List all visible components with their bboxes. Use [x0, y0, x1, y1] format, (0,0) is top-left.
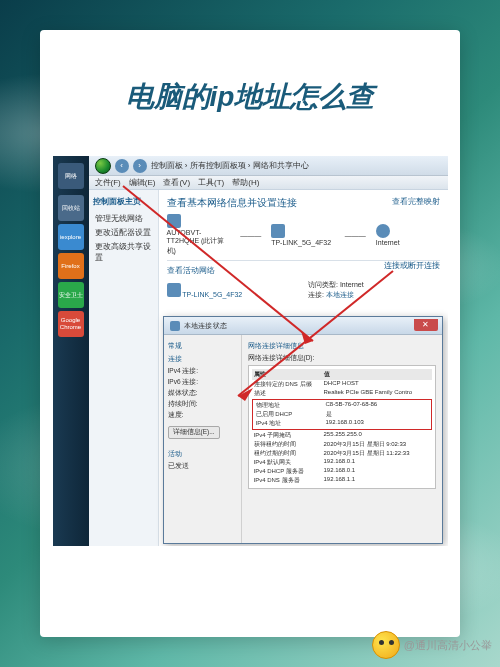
detail-header: 属性 值 — [252, 369, 432, 380]
detail-row[interactable]: 描述Realtek PCIe GBE Family Contro — [252, 389, 432, 398]
detail-row[interactable]: IPv4 默认网关192.168.0.1 — [252, 458, 432, 467]
content-card: 电脑的ip地址怎么查 网络 回收站iexploreFirefox安全卫士Goog… — [40, 30, 460, 637]
address-bar: ‹ › 控制面板 › 所有控制面板项 › 网络和共享中心 — [89, 156, 448, 176]
detail-row[interactable]: 获得租约的时间2020年3月15日 星期日 9:02:33 — [252, 440, 432, 449]
taskbar-label: Firefox — [61, 263, 79, 270]
menu-item[interactable]: 工具(T) — [198, 177, 224, 188]
watermark: @通川高清小公举 — [372, 631, 492, 659]
detail-key: 连接特定的 DNS 后缀 — [254, 380, 324, 389]
detail-row[interactable]: IPv4 地址192.168.0.103 — [254, 419, 430, 428]
router-label: TP-LINK_5G_4F32 — [271, 239, 335, 246]
detail-value: 192.168.0.1 — [324, 458, 356, 467]
sidebar-item[interactable]: 管理无线网络 — [93, 213, 154, 224]
detail-value: 2020年3月15日 星期日 9:02:33 — [324, 440, 407, 449]
details-button[interactable]: 详细信息(E)... — [168, 426, 220, 439]
dialog-body: 常规 连接 IPv4 连接:IPv6 连接:媒体状态:持续时间:速度: 详细信息… — [164, 335, 442, 543]
pc-label: AUTOBVT-TT2HQHE (此计算机) — [167, 229, 231, 256]
sidebar-header: 控制面板主页 — [93, 196, 154, 207]
network-icon — [167, 283, 181, 297]
active-network-row: TP-LINK_5G_4F32 访问类型: Internet 连接: 本地连接 — [167, 280, 440, 300]
detail-value: 255.255.255.0 — [324, 431, 362, 440]
computer-icon — [167, 214, 181, 228]
sidebar: 控制面板主页 管理无线网络更改适配器设置更改高级共享设置 — [89, 190, 159, 546]
connection-label: 连接: — [308, 291, 324, 298]
close-button[interactable]: ✕ — [414, 319, 438, 331]
connection-property: IPv4 连接: — [168, 367, 237, 376]
pc-node: AUTOBVT-TT2HQHE (此计算机) — [167, 214, 231, 256]
breadcrumb[interactable]: 控制面板 › 所有控制面板项 › 网络和共享中心 — [151, 160, 309, 171]
detail-row[interactable]: 连接特定的 DNS 后缀DHCP HOST — [252, 380, 432, 389]
access-type-label: 访问类型: — [308, 281, 338, 288]
detail-row[interactable]: IPv4 DHCP 服务器192.168.0.1 — [252, 467, 432, 476]
dialog-left-pane: 常规 连接 IPv4 连接:IPv6 连接:媒体状态:持续时间:速度: 详细信息… — [164, 335, 242, 543]
detail-key: IPv4 默认网关 — [254, 458, 324, 467]
globe-icon — [376, 224, 390, 238]
detail-row[interactable]: 物理地址C8-5B-76-07-68-86 — [254, 401, 430, 410]
watermark-text: @通川高清小公举 — [404, 638, 492, 653]
detail-key: 描述 — [254, 389, 324, 398]
taskbar-firefox[interactable]: Firefox — [58, 253, 84, 279]
start-orb-icon[interactable] — [95, 158, 111, 174]
internet-label: Internet — [376, 239, 440, 246]
connect-disconnect-link[interactable]: 连接或断开连接 — [384, 260, 440, 271]
col-value: 值 — [324, 370, 330, 379]
detail-key: 物理地址 — [256, 401, 326, 410]
dialog-title-text: 本地连接 状态 — [184, 321, 228, 331]
taskbar-iexplore[interactable]: iexplore — [58, 224, 84, 250]
connection-link[interactable]: 本地连接 — [326, 291, 354, 298]
connection-property: 持续时间: — [168, 400, 237, 409]
status-dialog: 本地连接 状态 ✕ 常规 连接 IPv4 连接:IPv6 连接:媒体状态:持续时… — [163, 316, 443, 544]
dialog-icon — [170, 321, 180, 331]
full-map-link[interactable]: 查看完整映射 — [392, 196, 440, 207]
network-desktop-icon[interactable]: 网络 — [58, 163, 84, 189]
dash-connector: ——— — [240, 232, 261, 239]
detail-row[interactable]: 租约过期的时间2020年3月15日 星期日 11:22:33 — [252, 449, 432, 458]
detail-key: 已启用 DHCP — [256, 410, 326, 419]
tab-general[interactable]: 常规 — [168, 341, 237, 351]
taskbar-label: 安全卫士 — [59, 292, 83, 299]
back-button[interactable]: ‹ — [115, 159, 129, 173]
detail-key: IPv4 地址 — [256, 419, 326, 428]
detail-value: 是 — [326, 410, 332, 419]
col-property: 属性 — [254, 370, 324, 379]
taskbar-security[interactable]: 安全卫士 — [58, 282, 84, 308]
menu-item[interactable]: 帮助(H) — [232, 177, 259, 188]
detail-value: C8-5B-76-07-68-86 — [326, 401, 378, 410]
taskbar-recycle-bin[interactable]: 回收站 — [58, 195, 84, 221]
menu-item[interactable]: 编辑(E) — [129, 177, 156, 188]
forward-button[interactable]: › — [133, 159, 147, 173]
active-network-name[interactable]: TP-LINK_5G_4F32 — [182, 291, 242, 298]
activity-label: 活动 — [168, 449, 237, 459]
screenshot-container: 网络 回收站iexploreFirefox安全卫士Google Chrome ‹… — [53, 156, 448, 546]
detail-value: 2020年3月15日 星期日 11:22:33 — [324, 449, 410, 458]
detail-listbox[interactable]: 属性 值 连接特定的 DNS 后缀DHCP HOST描述Realtek PCIe… — [248, 365, 436, 489]
dialog-right-pane: 网络连接详细信息 网络连接详细信息(D): 属性 值 连接特定的 DNS 后缀D… — [242, 335, 442, 543]
taskbar-label: Google Chrome — [58, 317, 84, 330]
sidebar-item[interactable]: 更改高级共享设置 — [93, 241, 154, 263]
detail-key: IPv4 DNS 服务器 — [254, 476, 324, 485]
detail-row[interactable]: IPv4 子网掩码255.255.255.0 — [252, 431, 432, 440]
detail-value: 192.168.0.103 — [326, 419, 364, 428]
taskbar-chrome[interactable]: Google Chrome — [58, 311, 84, 337]
sidebar-item[interactable]: 更改适配器设置 — [93, 227, 154, 238]
detail-value: DHCP HOST — [324, 380, 359, 389]
network-map-row: AUTOBVT-TT2HQHE (此计算机) ——— TP-LINK_5G_4F… — [167, 214, 440, 256]
router-node: TP-LINK_5G_4F32 — [271, 224, 335, 246]
menu-item[interactable]: 文件(F) — [95, 177, 121, 188]
detail-value: 192.168.1.1 — [324, 476, 356, 485]
detail-row[interactable]: IPv4 DNS 服务器192.168.1.1 — [252, 476, 432, 485]
dialog-titlebar[interactable]: 本地连接 状态 ✕ — [164, 317, 442, 335]
sent-label: 已发送 — [168, 462, 237, 471]
connection-property: IPv6 连接: — [168, 378, 237, 387]
network-label: 网络 — [65, 173, 77, 180]
menu-bar: 文件(F)编辑(E)查看(V)工具(T)帮助(H) — [89, 176, 448, 190]
detail-value: Realtek PCIe GBE Family Contro — [324, 389, 413, 398]
access-type-value: Internet — [340, 281, 364, 288]
detail-value: 192.168.0.1 — [324, 467, 356, 476]
detail-row[interactable]: 已启用 DHCP是 — [254, 410, 430, 419]
taskbar-label: 回收站 — [62, 205, 80, 212]
detail-key: 获得租约的时间 — [254, 440, 324, 449]
dash-connector-2: ——— — [345, 232, 366, 239]
router-icon — [271, 224, 285, 238]
menu-item[interactable]: 查看(V) — [163, 177, 190, 188]
